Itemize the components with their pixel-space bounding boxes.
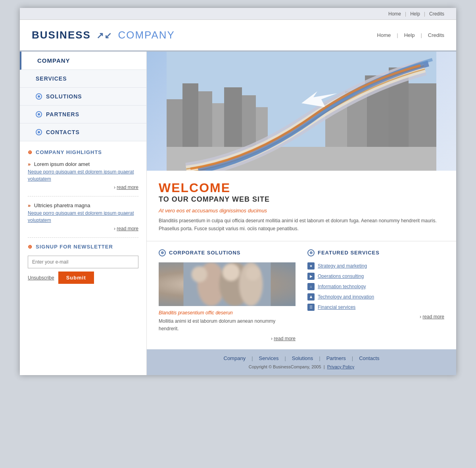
highlight1-readmore[interactable]: read more	[28, 185, 138, 190]
service-icon-3: ♟	[307, 293, 315, 300]
header-home-link[interactable]: Home	[377, 32, 391, 38]
welcome-subtitle: TO OUR COMPANY WEB SITE	[159, 195, 444, 204]
svg-point-19	[192, 266, 207, 282]
service-icon-1: ▶	[307, 273, 315, 280]
highlight2-readmore[interactable]: read more	[28, 226, 138, 231]
featured-arrow-icon: ⊕	[307, 249, 315, 256]
footer-copyright: Copyright © BusinessCompany, 2005 | Priv…	[159, 364, 444, 369]
corporate-body: Mollitia animi id est laborum dolorum ae…	[159, 318, 296, 333]
header-credits-link[interactable]: Credits	[428, 32, 444, 38]
footer-privacy-link[interactable]: Privacy Policy	[327, 364, 354, 369]
hero-banner	[147, 52, 456, 171]
logo-business-text: BUSINESS	[32, 29, 91, 41]
service-icon-4: ☰	[307, 304, 315, 311]
service-link-3[interactable]: Technology and innovation	[318, 294, 374, 300]
logo-company-text: COMPANY	[118, 29, 175, 41]
two-col-section: ⊕ CORPORATE SOLUTIONS	[147, 241, 456, 349]
sidebar-item-contacts[interactable]: CONTACTS	[20, 123, 146, 141]
service-list: ★ Strategy and marketing ▶ Operations co…	[307, 262, 444, 311]
sidebar-item-solutions-label: SOLUTIONS	[46, 93, 82, 100]
service-link-0[interactable]: Strategy and marketing	[318, 263, 367, 269]
sidebar: COMPANY SERVICES SOLUTIONS PARTNERS CONT…	[20, 52, 147, 375]
service-item-4: ☰ Financial services	[307, 304, 444, 311]
corporate-solutions-section: ⊕ CORPORATE SOLUTIONS	[159, 249, 296, 341]
newsletter-title: ⊕ SIGNUP FOR NEWSLETTER	[28, 244, 138, 250]
main-content: WELCOME TO OUR COMPANY WEB SITE At vero …	[147, 52, 456, 375]
svg-point-21	[246, 266, 260, 281]
highlight-item-1: » Lorem ipsum dolor amet Neque porro qui…	[28, 161, 138, 196]
highlight-item-2: » Ultricies pharetra magna Neque porro q…	[28, 202, 138, 238]
partners-icon	[36, 111, 42, 117]
topbar-help-link[interactable]: Help	[410, 11, 420, 17]
sidebar-item-solutions[interactable]: SOLUTIONS	[20, 88, 146, 106]
featured-services-section: ⊕ FEATURED SERVICES ★ Strategy and marke…	[307, 249, 444, 341]
footer-company-link[interactable]: Company	[224, 355, 246, 361]
sidebar-item-company[interactable]: COMPANY	[20, 52, 146, 70]
sidebar-content: ⊕ COMPANY HIGHLIGHTS » Lorem ipsum dolor…	[20, 141, 146, 292]
corporate-readmore[interactable]: read more	[159, 336, 296, 341]
corporate-arrow-icon: ⊕	[159, 249, 166, 256]
service-icon-2: ⌂	[307, 283, 315, 290]
footer-solutions-link[interactable]: Solutions	[292, 355, 313, 361]
welcome-body: Blanditiis praesentium in culpa qui offi…	[159, 217, 444, 233]
service-icon-0: ★	[307, 262, 315, 270]
service-item-2: ⌂ Information technology	[307, 283, 444, 290]
sidebar-item-contacts-label: CONTACTS	[46, 129, 80, 135]
sidebar-item-services-label: SERVICES	[36, 75, 67, 82]
welcome-title: WELCOME	[159, 181, 444, 195]
newsletter-section: ⊕ SIGNUP FOR NEWSLETTER Unsubscribe Subm…	[28, 244, 138, 284]
top-bar: Home | Help | Credits	[20, 8, 456, 20]
newsletter-email-input[interactable]	[28, 256, 138, 268]
hero-illustration	[147, 52, 456, 171]
newsletter-arrow-icon: ⊕	[28, 244, 33, 250]
highlight1-text: Lorem ipsum dolor amet	[34, 161, 90, 167]
topbar-home-link[interactable]: Home	[388, 11, 401, 17]
corporate-svg	[159, 262, 296, 306]
corporate-caption: Blanditis praesentium offic deserun	[159, 310, 296, 316]
header: BUSINESS ↗↙ COMPANY Home | Help | Credit…	[20, 20, 456, 52]
corporate-image	[159, 262, 296, 306]
site-footer: Company | Services | Solutions | Partner…	[147, 349, 456, 375]
contacts-icon	[36, 129, 42, 135]
newsletter-buttons: Unsubscribe Submit	[28, 272, 138, 284]
highlight1-link[interactable]: Neque porro quisquam est dolorem ipsum q…	[28, 168, 138, 183]
logo-arrow-icon: ↗↙	[96, 31, 112, 41]
top-bar-nav: Home | Help | Credits	[388, 11, 444, 17]
logo: BUSINESS ↗↙ COMPANY	[32, 29, 175, 41]
service-link-1[interactable]: Operations consulting	[318, 273, 364, 279]
welcome-tagline: At vero eos et accusamus dignissimos duc…	[159, 208, 444, 214]
bullet-2: »	[28, 202, 31, 208]
corporate-image-inner	[159, 262, 296, 306]
service-item-0: ★ Strategy and marketing	[307, 262, 444, 270]
header-help-link[interactable]: Help	[404, 32, 415, 38]
unsubscribe-button[interactable]: Unsubscribe	[28, 275, 54, 281]
sidebar-item-services[interactable]: SERVICES	[20, 70, 146, 88]
featured-services-header: ⊕ FEATURED SERVICES	[307, 249, 444, 256]
highlight2-link[interactable]: Neque porro quisquam est dolorem ipsum q…	[28, 210, 138, 224]
sidebar-item-company-label: COMPANY	[37, 57, 70, 64]
footer-partners-link[interactable]: Partners	[326, 355, 346, 361]
highlight2-text: Ultricies pharetra magna	[34, 202, 90, 208]
submit-button[interactable]: Submit	[58, 272, 94, 284]
bullet-1: »	[28, 161, 31, 167]
svg-point-20	[223, 264, 240, 281]
company-highlights-title: ⊕ COMPANY HIGHLIGHTS	[28, 149, 138, 155]
service-item-1: ▶ Operations consulting	[307, 273, 444, 280]
footer-nav: Company | Services | Solutions | Partner…	[159, 355, 444, 361]
footer-contacts-link[interactable]: Contacts	[359, 355, 379, 361]
service-link-4[interactable]: Financial services	[318, 304, 355, 310]
sidebar-nav: COMPANY SERVICES SOLUTIONS PARTNERS CONT…	[20, 52, 146, 141]
solutions-icon	[36, 93, 42, 100]
corporate-solutions-header: ⊕ CORPORATE SOLUTIONS	[159, 249, 296, 256]
topbar-credits-link[interactable]: Credits	[429, 11, 444, 17]
featured-readmore[interactable]: read more	[307, 314, 444, 320]
sidebar-item-partners-label: PARTNERS	[46, 111, 79, 117]
header-nav: Home | Help | Credits	[377, 32, 444, 38]
main-layout: COMPANY SERVICES SOLUTIONS PARTNERS CONT…	[20, 52, 456, 375]
welcome-section: WELCOME TO OUR COMPANY WEB SITE At vero …	[147, 171, 456, 241]
sidebar-item-partners[interactable]: PARTNERS	[20, 106, 146, 123]
highlights-arrow-icon: ⊕	[28, 149, 33, 155]
footer-services-link[interactable]: Services	[259, 355, 279, 361]
service-item-3: ♟ Technology and innovation	[307, 293, 444, 300]
service-link-2[interactable]: Information technology	[318, 284, 366, 289]
